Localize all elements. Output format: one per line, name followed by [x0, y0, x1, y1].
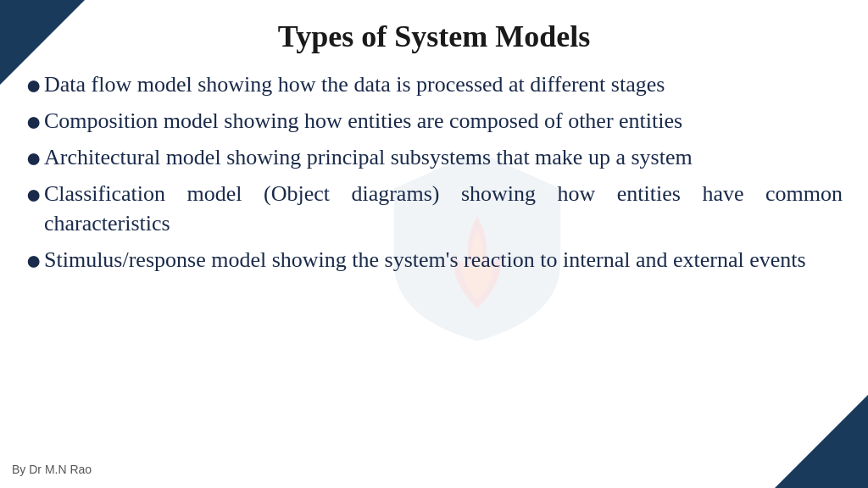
list-item: ● Composition model showing how entities…: [25, 106, 843, 136]
bullet-text-3: Architectural model showing principal su…: [44, 142, 843, 172]
bullet-dot-4: ●: [25, 180, 44, 208]
list-item: ● Stimulus/response model showing the sy…: [25, 245, 843, 274]
bullet-text-2: Composition model showing how entities a…: [44, 106, 843, 136]
bullet-dot-5: ●: [25, 247, 44, 274]
bullet-text-4: Classification model (Object diagrams) s…: [44, 179, 843, 238]
list-item: ● Classification model (Object diagrams)…: [25, 179, 843, 238]
bullet-list: ● Data flow model showing how the data i…: [25, 69, 843, 275]
byline: By Dr M.N Rao: [12, 463, 92, 476]
corner-bottom-right-decoration: [775, 395, 868, 488]
bullet-dot-1: ●: [25, 71, 44, 98]
bullet-text-1: Data flow model showing how the data is …: [44, 69, 843, 99]
slide-container: Types of System Models ● Data flow model…: [0, 0, 868, 488]
bullet-text-5: Stimulus/response model showing the syst…: [44, 245, 843, 274]
slide-content: ● Data flow model showing how the data i…: [0, 69, 868, 275]
bullet-dot-3: ●: [25, 144, 44, 171]
slide-title: Types of System Models: [0, 0, 868, 69]
bullet-dot-2: ●: [25, 108, 44, 135]
list-item: ● Architectural model showing principal …: [25, 142, 843, 172]
list-item: ● Data flow model showing how the data i…: [25, 69, 843, 99]
